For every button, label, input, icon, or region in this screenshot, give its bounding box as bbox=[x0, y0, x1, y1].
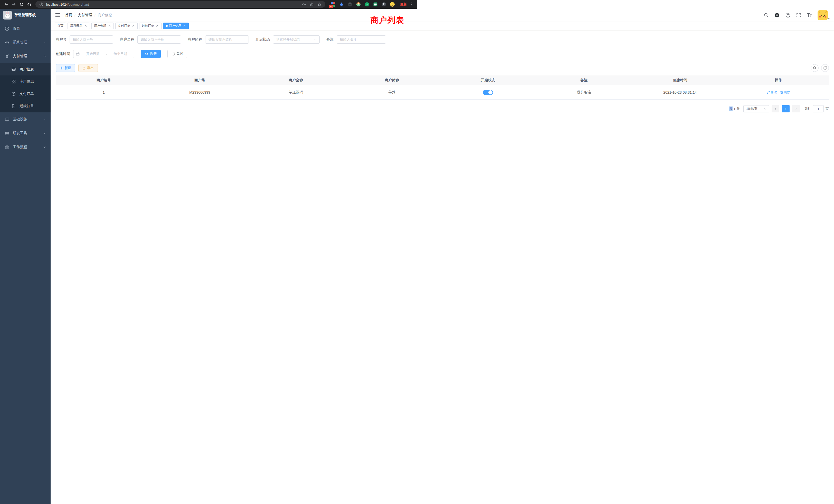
chevron-down-icon bbox=[43, 41, 46, 44]
tab-refund-order[interactable]: 退款订单 bbox=[139, 23, 161, 29]
toolbox-icon bbox=[5, 131, 9, 136]
breadcrumb-current: 商户信息 bbox=[98, 13, 112, 18]
sidebar-item-label: 应用信息 bbox=[20, 79, 34, 84]
profile-avatar-icon[interactable] bbox=[389, 1, 395, 7]
tab-merchant-info[interactable]: 商户信息 bbox=[163, 23, 189, 29]
tab-label: 退款订单 bbox=[142, 24, 154, 28]
extension-notes-icon[interactable] bbox=[372, 1, 378, 7]
sidebar-item-infrastructure[interactable]: 基础设施 bbox=[0, 112, 50, 126]
back-button[interactable] bbox=[3, 1, 10, 8]
sidebar-item-pay-order[interactable]: 支付订单 bbox=[0, 88, 50, 100]
browser-menu-icon[interactable] bbox=[409, 1, 414, 8]
close-icon[interactable] bbox=[131, 24, 135, 28]
sidebar-item-system[interactable]: 系统管理 bbox=[0, 36, 50, 49]
remark-input[interactable] bbox=[337, 36, 386, 44]
briefcase-icon bbox=[5, 145, 9, 150]
gear-icon bbox=[5, 40, 9, 45]
url-path: /pay/merchant bbox=[68, 3, 89, 6]
create-time-label: 创建时间 bbox=[56, 51, 70, 56]
password-key-icon[interactable] bbox=[301, 2, 307, 7]
status-select-placeholder: 请选择开启状态 bbox=[276, 37, 300, 42]
page-info-icon[interactable] bbox=[39, 2, 44, 7]
logo-rabbit-icon bbox=[3, 11, 12, 20]
extension-drop-icon[interactable] bbox=[338, 1, 345, 7]
bookmark-star-icon[interactable] bbox=[316, 2, 322, 7]
extension-pin-icon[interactable] bbox=[381, 1, 387, 7]
chevron-down-icon bbox=[43, 118, 46, 121]
full-name-label: 商户全称 bbox=[120, 37, 134, 42]
reload-button[interactable] bbox=[18, 1, 25, 8]
cell-full-name: 芋道源码 bbox=[248, 90, 344, 95]
create-time-range-picker[interactable]: 开始日期 - 结束日期 bbox=[73, 50, 134, 58]
chevron-up-icon bbox=[43, 55, 46, 58]
cell-short-name: 芋艿 bbox=[344, 90, 417, 95]
merchant-no-label: 商户号 bbox=[56, 37, 66, 42]
sidebar-item-label: 退款订单 bbox=[20, 104, 34, 109]
sidebar-item-workflow[interactable]: 工作流程 bbox=[0, 140, 50, 154]
status-select[interactable]: 请选择开启状态 bbox=[273, 36, 320, 44]
close-icon[interactable] bbox=[155, 24, 159, 28]
payment-submenu: 商户信息 应用信息 支付订单 bbox=[0, 63, 50, 112]
search-button-label: 搜索 bbox=[150, 51, 157, 56]
sidebar-item-home[interactable]: 首页 bbox=[0, 22, 50, 36]
extension-dark-circle-icon[interactable] bbox=[347, 1, 353, 7]
breadcrumb-separator: / bbox=[94, 13, 95, 17]
top-navbar: 首页 / 支付管理 / 商户信息 bbox=[50, 9, 417, 22]
extension-avatar-icon[interactable] bbox=[355, 1, 361, 7]
url-text: localhost:1024/pay/merchant bbox=[46, 3, 89, 6]
address-bar[interactable]: localhost:1024/pay/merchant bbox=[36, 1, 325, 8]
home-button[interactable] bbox=[26, 1, 33, 8]
filter-short-name: 商户简称 bbox=[188, 36, 249, 44]
sidebar-item-merchant-info[interactable]: 商户信息 bbox=[0, 63, 50, 75]
sidebar-toggle-icon[interactable] bbox=[55, 12, 61, 18]
extensions-area: 10 bbox=[328, 1, 397, 7]
sidebar-menu: 首页 系统管理 支付管理 bbox=[0, 22, 50, 154]
export-button[interactable]: 导出 bbox=[78, 64, 98, 72]
col-merchant-id: 商户编号 bbox=[56, 78, 152, 83]
table-row: 1 M233666999 芋道源码 芋艿 我是备注 2021-10-23 08:… bbox=[56, 85, 417, 99]
table-header-row: 商户编号 商户号 商户全称 商户简称 开启状态 备注 创建时间 操作 bbox=[56, 75, 417, 85]
tab-label: 用户分组 bbox=[94, 24, 106, 28]
breadcrumb-payment[interactable]: 支付管理 bbox=[78, 13, 92, 18]
tab-home[interactable]: 首页 bbox=[55, 23, 66, 29]
tab-label: 商户信息 bbox=[169, 24, 181, 28]
close-icon[interactable] bbox=[84, 24, 87, 28]
extension-grid-icon[interactable]: 10 bbox=[330, 1, 336, 7]
tab-process-form[interactable]: 流程表单 bbox=[68, 23, 90, 29]
calendar-icon bbox=[76, 52, 80, 56]
merchant-table: 商户编号 商户号 商户全称 商户简称 开启状态 备注 创建时间 操作 1 M23… bbox=[56, 75, 417, 99]
full-name-input[interactable] bbox=[137, 36, 181, 44]
chrome-update-button[interactable]: 更新 bbox=[398, 2, 409, 7]
reset-button[interactable]: 重置 bbox=[168, 50, 187, 58]
close-icon[interactable] bbox=[182, 24, 186, 28]
sidebar-item-label: 基础设施 bbox=[13, 117, 27, 122]
reset-button-label: 重置 bbox=[176, 51, 183, 56]
active-tab-dot bbox=[166, 25, 168, 27]
add-button[interactable]: 新增 bbox=[56, 64, 75, 72]
sidebar-item-label: 商户信息 bbox=[20, 67, 34, 72]
sidebar-item-refund-order[interactable]: 退款订单 bbox=[0, 100, 50, 112]
share-icon[interactable] bbox=[309, 2, 314, 7]
sidebar-item-label: 研发工具 bbox=[13, 131, 27, 136]
short-name-input[interactable] bbox=[205, 36, 249, 44]
monitor-icon bbox=[5, 117, 9, 122]
sidebar-item-label: 首页 bbox=[13, 26, 20, 31]
sidebar-item-dev-tools[interactable]: 研发工具 bbox=[0, 126, 50, 140]
close-icon[interactable] bbox=[108, 24, 111, 28]
extension-check-icon[interactable] bbox=[364, 1, 370, 7]
sidebar-item-payment[interactable]: 支付管理 bbox=[0, 49, 50, 63]
sidebar-item-app-info[interactable]: 应用信息 bbox=[0, 75, 50, 88]
chevron-down-icon bbox=[43, 132, 46, 135]
tab-user-group[interactable]: 用户分组 bbox=[91, 23, 114, 29]
chevron-down-icon bbox=[314, 38, 317, 41]
cell-merchant-id: 1 bbox=[56, 90, 152, 94]
filter-status: 开启状态 请选择开启状态 bbox=[256, 36, 320, 44]
merchant-no-input[interactable] bbox=[70, 36, 113, 44]
breadcrumb: 首页 / 支付管理 / 商户信息 bbox=[65, 13, 112, 18]
add-button-label: 新增 bbox=[64, 66, 71, 70]
tab-pay-order[interactable]: 支付订单 bbox=[115, 23, 138, 29]
forward-button[interactable] bbox=[10, 1, 18, 8]
app-logo[interactable]: 芋道管理系统 bbox=[0, 9, 50, 22]
search-button[interactable]: 搜索 bbox=[141, 50, 161, 58]
breadcrumb-home[interactable]: 首页 bbox=[65, 13, 72, 18]
